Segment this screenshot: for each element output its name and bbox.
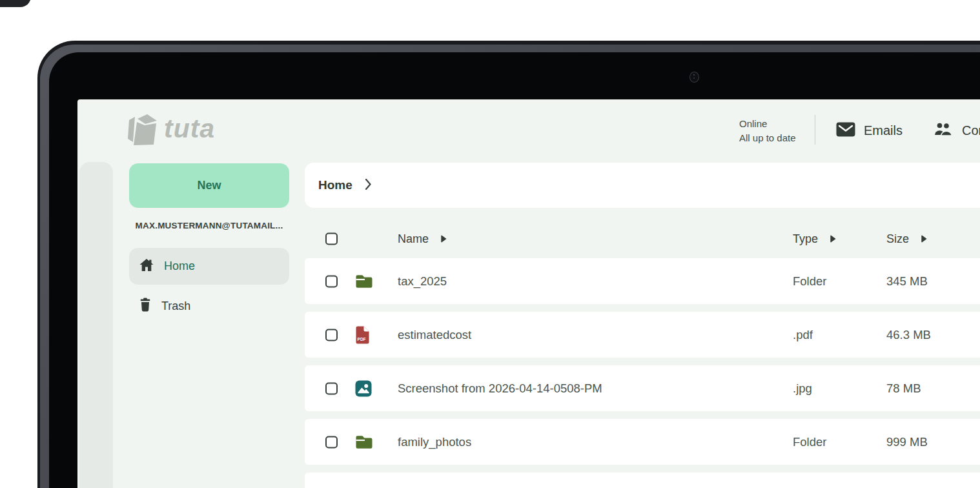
select-all-checkbox[interactable] xyxy=(325,233,338,245)
file-type-icon: PDF xyxy=(355,380,372,397)
sidebar-item-trash[interactable]: Trash xyxy=(129,290,289,321)
file-name: Screenshot from 2026-04-14-0508-PM xyxy=(398,381,602,396)
file-type-icon: PDF xyxy=(355,326,370,344)
file-name: estimatedcost xyxy=(398,328,471,342)
nav-emails-label: Emails xyxy=(864,123,903,138)
column-header-size[interactable]: Size xyxy=(886,232,927,246)
drawer-strip xyxy=(79,162,113,488)
sort-arrow-icon xyxy=(921,235,927,243)
svg-text:PDF: PDF xyxy=(358,337,366,341)
tuta-cube-icon xyxy=(125,112,158,148)
status-online: Online xyxy=(739,117,796,131)
column-header-type-label: Type xyxy=(793,232,818,246)
folder-icon xyxy=(355,434,373,449)
status-sync: All up to date xyxy=(739,131,796,145)
app-window: tuta Online All up to date Emails xyxy=(77,99,980,488)
file-name: tax_2025 xyxy=(398,274,447,289)
connection-status: Online All up to date xyxy=(739,117,796,145)
column-header-type[interactable]: Type xyxy=(793,232,836,246)
chevron-right-icon xyxy=(365,178,372,193)
file-rows: PDF tax_2025 Folder 345 MB PDF xyxy=(305,258,980,488)
file-type-icon: PDF xyxy=(355,434,373,449)
breadcrumb: Home xyxy=(305,163,980,208)
sidebar-item-trash-label: Trash xyxy=(161,300,190,313)
file-size: 999 MB xyxy=(886,435,928,449)
file-row[interactable]: PDF family_photos Folder 999 MB xyxy=(305,419,980,465)
row-checkbox[interactable] xyxy=(325,275,338,287)
phone-corner-frame xyxy=(0,0,31,7)
row-checkbox[interactable] xyxy=(325,329,338,341)
column-header-size-label: Size xyxy=(886,232,909,246)
nav-emails[interactable]: Emails xyxy=(836,122,903,139)
row-checkbox[interactable] xyxy=(325,382,338,394)
new-button[interactable]: New xyxy=(129,163,289,208)
account-label: MAX.MUSTERMANN@TUTAMAIL... xyxy=(129,221,289,230)
pdf-icon: PDF xyxy=(355,326,370,344)
file-row[interactable]: PDF Screenshot from 2026-04-14-0508-PM .… xyxy=(305,365,980,411)
image-icon xyxy=(355,380,372,397)
table-header: Name Type Size xyxy=(305,223,980,254)
file-type: .jpg xyxy=(793,381,812,396)
sort-arrow-icon xyxy=(830,235,836,243)
file-size: 46.3 MB xyxy=(886,328,931,342)
file-size: 78 MB xyxy=(886,381,921,396)
sidebar-item-home[interactable]: Home xyxy=(129,248,289,285)
file-size: 345 MB xyxy=(886,274,928,289)
row-checkbox[interactable] xyxy=(325,436,338,448)
people-icon xyxy=(934,122,954,139)
sidebar-item-home-label: Home xyxy=(164,259,195,273)
sort-arrow-icon xyxy=(440,235,447,243)
folder-icon xyxy=(355,274,373,289)
file-row[interactable]: PDF tax_2025 Folder 345 MB xyxy=(305,258,980,304)
nav-contacts[interactable]: Contacts xyxy=(934,122,980,139)
file-name: family_photos xyxy=(398,435,471,449)
file-type: Folder xyxy=(793,435,826,449)
logo-wordmark: tuta xyxy=(164,116,215,146)
envelope-icon xyxy=(836,122,855,139)
file-row-partial[interactable] xyxy=(305,473,980,488)
file-type: Folder xyxy=(793,274,826,289)
column-header-name-label: Name xyxy=(398,232,429,246)
file-type-icon: PDF xyxy=(355,274,373,289)
file-row[interactable]: PDF estimatedcost .pdf 46.3 MB xyxy=(305,312,980,358)
trash-icon xyxy=(139,298,152,315)
file-type: .pdf xyxy=(793,328,813,342)
header-divider xyxy=(815,115,815,145)
breadcrumb-home[interactable]: Home xyxy=(318,178,352,192)
column-header-name[interactable]: Name xyxy=(398,232,447,246)
tuta-logo: tuta xyxy=(125,112,215,148)
webcam-icon xyxy=(689,72,699,83)
home-icon xyxy=(139,258,154,276)
nav-contacts-label: Contacts xyxy=(962,123,980,138)
